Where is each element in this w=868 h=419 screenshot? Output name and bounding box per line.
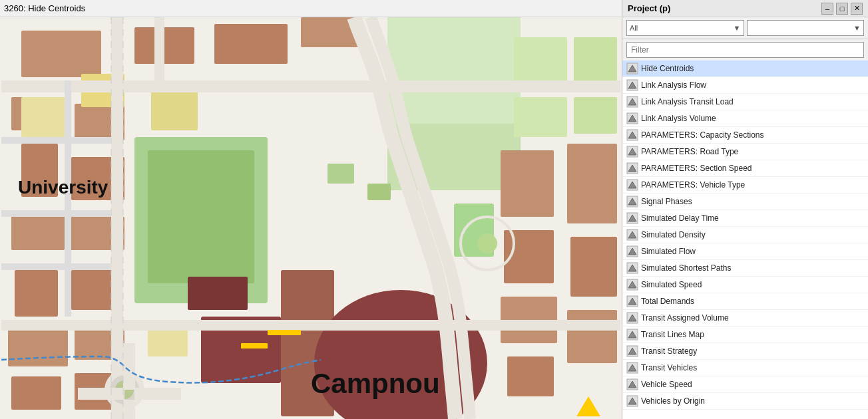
svg-rect-55 [134, 388, 181, 400]
list-item-simulated-density[interactable]: Simulated Density [622, 227, 868, 243]
close-button[interactable]: ✕ [851, 3, 863, 15]
svg-rect-31 [567, 310, 617, 363]
list-item-label-hide-centroids: Hide Centroids [641, 64, 694, 73]
list-item-link-analysis-transit-load[interactable]: Link Analysis Transit Load [622, 94, 868, 110]
list-item-label-transit-assigned-volume: Transit Assigned Volume [641, 313, 729, 323]
svg-rect-43 [327, 164, 354, 184]
svg-rect-16 [71, 270, 118, 310]
list-item-label-link-analysis-flow: Link Analysis Flow [641, 80, 706, 90]
list-item-label-simulated-shortest-paths: Simulated Shortest Paths [641, 263, 731, 273]
type-dropdown-value: All [630, 24, 638, 32]
list-item-vehicles-by-origin[interactable]: Vehicles by Origin [622, 393, 868, 410]
svg-point-38 [477, 233, 497, 253]
list-item-label-signal-phases: Signal Phases [641, 197, 692, 206]
layer-icon-transit-assigned-volume [626, 312, 638, 324]
panel-header-buttons: – □ ✕ [821, 3, 863, 15]
layer-icon-simulated-density [626, 229, 638, 241]
layer-icon-vehicle-speed [626, 378, 638, 390]
panel-list[interactable]: Hide Centroids Link Analysis Flow Link A… [622, 61, 868, 419]
type-dropdown-arrow: ▼ [734, 24, 741, 32]
list-item-link-analysis-flow[interactable]: Link Analysis Flow [622, 77, 868, 94]
svg-rect-5 [214, 24, 288, 64]
list-item-label-transit-strategy: Transit Strategy [641, 347, 697, 356]
list-item-transit-strategy[interactable]: Transit Strategy [622, 343, 868, 360]
layer-icon-parameters-vehicle-type [626, 179, 638, 191]
svg-rect-53 [78, 388, 124, 400]
list-item-simulated-speed[interactable]: Simulated Speed [622, 277, 868, 293]
layer-icon-simulated-delay-time [626, 212, 638, 224]
layer-icon-simulated-flow [626, 245, 638, 257]
list-item-simulated-shortest-paths[interactable]: Simulated Shortest Paths [622, 260, 868, 277]
svg-rect-33 [574, 37, 617, 84]
layer-icon-simulated-speed [626, 279, 638, 291]
layer-icon-transit-lines-map [626, 329, 638, 341]
panel: Project (p) – □ ✕ All ▼ ▼ [622, 0, 868, 419]
svg-rect-56 [268, 330, 301, 335]
svg-rect-48 [154, 17, 164, 84]
svg-rect-22 [188, 277, 248, 310]
svg-rect-39 [21, 97, 71, 137]
list-item-label-transit-vehicles: Transit Vehicles [641, 363, 697, 372]
list-item-label-link-analysis-volume: Link Analysis Volume [641, 114, 716, 123]
list-item-total-demands[interactable]: Total Demands [622, 293, 868, 310]
layer-icon-simulated-shortest-paths [626, 262, 638, 274]
layer-icon-link-analysis-flow [626, 79, 638, 91]
list-item-parameters-road-type[interactable]: PARAMETERS: Road Type [622, 144, 868, 160]
type-dropdown[interactable]: All ▼ [626, 20, 744, 36]
layer-icon-parameters-road-type [626, 146, 638, 158]
layer-icon-transit-strategy [626, 345, 638, 357]
list-item-parameters-vehicle-type[interactable]: PARAMETERS: Vehicle Type [622, 177, 868, 194]
restore-button[interactable]: □ [836, 3, 848, 15]
list-item-label-parameters-section-speed: PARAMETERS: Section Speed [641, 164, 752, 173]
list-item-label-simulated-speed: Simulated Speed [641, 280, 702, 289]
svg-text:University: University [18, 177, 108, 198]
list-item-transit-assigned-volume[interactable]: Transit Assigned Volume [622, 310, 868, 327]
layer-icon-parameters-section-speed [626, 162, 638, 174]
minimize-button[interactable]: – [821, 3, 833, 15]
panel-header: Project (p) – □ ✕ [622, 0, 868, 17]
svg-text:Campnou: Campnou [311, 368, 440, 399]
svg-rect-44 [367, 184, 391, 200]
list-item-label-total-demands: Total Demands [641, 297, 694, 306]
svg-rect-34 [514, 97, 567, 137]
svg-rect-29 [567, 144, 617, 223]
list-item-simulated-delay-time[interactable]: Simulated Delay Time [622, 210, 868, 227]
list-item-hide-centroids[interactable]: Hide Centroids [622, 61, 868, 77]
list-item-vehicle-speed[interactable]: Vehicle Speed [622, 376, 868, 393]
svg-rect-30 [570, 237, 617, 297]
layer-icon-hide-centroids [626, 63, 638, 74]
map-svg: University Campnou [0, 17, 622, 419]
filter-dropdown[interactable]: ▼ [747, 20, 865, 36]
map-container: University Campnou [0, 17, 622, 419]
layer-icon-signal-phases [626, 196, 638, 208]
map-title: 3260: Hide Centroids [4, 3, 85, 13]
list-item-parameters-section-speed[interactable]: PARAMETERS: Section Speed [622, 160, 868, 177]
layer-icon-link-analysis-transit-load [626, 96, 638, 108]
layer-icon-link-analysis-volume [626, 112, 638, 124]
list-item-label-simulated-flow: Simulated Flow [641, 247, 696, 256]
list-item-signal-phases[interactable]: Signal Phases [622, 194, 868, 210]
svg-rect-11 [8, 330, 68, 366]
list-item-parameters-capacity-sections[interactable]: PARAMETERS: Capacity Sections [622, 127, 868, 144]
svg-rect-25 [501, 150, 554, 217]
list-item-link-analysis-volume[interactable]: Link Analysis Volume [622, 110, 868, 127]
panel-title: Project (p) [628, 3, 670, 13]
list-item-label-parameters-road-type: PARAMETERS: Road Type [641, 147, 738, 156]
list-item-transit-vehicles[interactable]: Transit Vehicles [622, 360, 868, 376]
svg-rect-57 [241, 343, 268, 349]
list-item-simulated-flow[interactable]: Simulated Flow [622, 243, 868, 260]
svg-rect-45 [1, 80, 620, 92]
svg-rect-1 [387, 17, 521, 124]
list-item-label-link-analysis-transit-load: Link Analysis Transit Load [641, 97, 734, 106]
map-title-bar: 3260: Hide Centroids [0, 0, 622, 17]
svg-rect-46 [1, 320, 620, 331]
svg-rect-12 [11, 376, 61, 410]
list-item-label-vehicle-speed: Vehicle Speed [641, 380, 692, 389]
layer-icon-vehicles-by-origin [626, 395, 638, 407]
layer-icon-transit-vehicles [626, 362, 638, 374]
list-item-label-simulated-density: Simulated Density [641, 230, 706, 239]
list-item-transit-lines-map[interactable]: Transit Lines Map [622, 327, 868, 343]
svg-rect-28 [507, 356, 554, 396]
filter-container [626, 42, 864, 58]
filter-input[interactable] [626, 42, 864, 58]
